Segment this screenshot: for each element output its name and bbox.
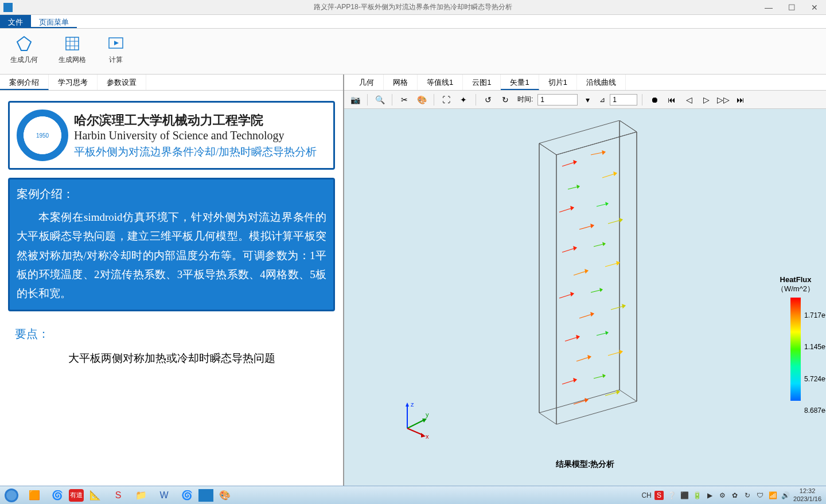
svg-point-73 xyxy=(6,490,17,501)
legend-colorbar xyxy=(790,298,801,401)
tray-battery-icon[interactable]: 🔋 xyxy=(692,491,702,500)
svg-line-69 xyxy=(407,428,423,435)
taskbar-app-5[interactable]: S xyxy=(107,486,130,505)
plate-visualization xyxy=(505,120,665,430)
ime-indicator[interactable]: CH xyxy=(642,491,651,500)
tray-network-icon[interactable]: 📶 xyxy=(768,491,777,500)
skip-start-icon[interactable]: ⏮ xyxy=(664,93,679,107)
rotate-right-icon[interactable]: ↻ xyxy=(498,93,513,107)
time-label: 时间: xyxy=(517,95,533,104)
taskbar-paint-icon[interactable]: 🎨 xyxy=(213,486,236,505)
svg-marker-64 xyxy=(406,403,409,407)
tray-icon-3[interactable]: ▶ xyxy=(705,491,714,500)
svg-text:z: z xyxy=(411,401,414,408)
titlebar: 路义萍-APP18-平板外侧为对流边界条件加热冷却时瞬态导热分析 — ☐ ✕ xyxy=(0,0,826,15)
skip-end-icon[interactable]: ⏭ xyxy=(733,93,748,107)
left-tabs: 案例介绍 学习思考 参数设置 xyxy=(0,75,343,91)
tray-icon-6[interactable]: ↻ xyxy=(743,491,752,500)
tab-params[interactable]: 参数设置 xyxy=(98,75,146,90)
step-down-icon[interactable]: ▾ xyxy=(580,93,595,107)
close-button[interactable]: ✕ xyxy=(803,0,826,15)
tab-mesh[interactable]: 网格 xyxy=(384,75,418,90)
ribbon-label: 生成网格 xyxy=(59,55,86,65)
taskbar-app-3[interactable]: 有道 xyxy=(69,489,84,502)
axis-triad: z y x xyxy=(396,400,436,440)
next-icon[interactable]: ▷▷ xyxy=(716,93,731,107)
taskbar: 🟧 🌀 有道 📐 S 📁 W 🌀 🎨 CH S ❔ ⬛ 🔋 ▶ ⚙ ✿ ↻ 🛡 … xyxy=(0,486,826,504)
ribbon: 生成几何 生成网格 计算 xyxy=(0,29,826,75)
points-card: 要点： 大平板两侧对称加热或冷却时瞬态导热问题 xyxy=(8,319,335,373)
menu-page[interactable]: 页面菜单 xyxy=(31,15,77,28)
ribbon-label: 计算 xyxy=(109,55,123,65)
legend-mid2: 5.724e+03 xyxy=(804,375,826,383)
intro-card: 案例介绍： 本案例在simdroid仿真环境下，针对外侧为对流边界条件的大平板瞬… xyxy=(8,178,335,311)
maximize-button[interactable]: ☐ xyxy=(780,0,803,15)
play-toolbar-icon[interactable]: ▷ xyxy=(699,93,714,107)
camera-icon[interactable]: 📷 xyxy=(348,93,363,107)
tray-icon-4[interactable]: ⚙ xyxy=(718,491,727,500)
legend-mid1: 1.145e+04 xyxy=(804,343,826,351)
menu-file[interactable]: 文件 xyxy=(0,15,31,28)
project-title: 平板外侧为对流边界条件冷却/加热时瞬态导热分析 xyxy=(74,144,326,159)
svg-marker-70 xyxy=(421,433,426,437)
record-icon[interactable]: ⏺ xyxy=(647,93,662,107)
minimize-button[interactable]: — xyxy=(757,0,780,15)
window-title: 路义萍-APP18-平板外侧为对流边界条件加热冷却时瞬态导热分析 xyxy=(314,2,512,12)
select-icon[interactable]: ✂ xyxy=(397,93,412,107)
legend-max: 1.717e+04 xyxy=(804,311,826,319)
svg-marker-10 xyxy=(556,132,637,424)
taskbar-app-4[interactable]: 📐 xyxy=(84,486,107,505)
tab-intro[interactable]: 案例介绍 xyxy=(0,75,49,90)
geometry-icon xyxy=(15,34,33,53)
tray-icon-5[interactable]: ✿ xyxy=(730,491,739,500)
tab-vector[interactable]: 矢量1 xyxy=(501,75,539,90)
gen-mesh-button[interactable]: 生成网格 xyxy=(54,32,91,71)
tray-shield-icon[interactable]: 🛡 xyxy=(755,491,765,500)
mesh-icon xyxy=(63,34,81,53)
compute-button[interactable]: 计算 xyxy=(102,32,130,71)
step-input[interactable] xyxy=(610,94,637,106)
taskbar-explorer-icon[interactable]: 📁 xyxy=(130,486,153,505)
svg-marker-9 xyxy=(539,143,556,424)
prev-icon[interactable]: ◁ xyxy=(681,93,696,107)
tray-help-icon[interactable]: ❔ xyxy=(667,491,676,500)
tab-slice[interactable]: 切片1 xyxy=(539,75,577,90)
points-body: 大平板两侧对称加热或冷却时瞬态导热问题 xyxy=(15,351,328,366)
viz-canvas[interactable]: z y x HeatFlux （W/m^2） 1.717e+04 1.145e+… xyxy=(344,109,826,486)
tray-icon-2[interactable]: ⬛ xyxy=(680,491,689,500)
gen-geometry-button[interactable]: 生成几何 xyxy=(6,32,42,71)
tray-volume-icon[interactable]: 🔊 xyxy=(781,491,790,500)
colormap-icon[interactable]: 🎨 xyxy=(414,93,429,107)
tray-icon-1[interactable]: S xyxy=(654,491,664,500)
university-card: 1950 哈尔滨理工大学机械动力工程学院 Harbin University o… xyxy=(8,101,335,170)
university-name-cn: 哈尔滨理工大学机械动力工程学院 xyxy=(74,112,326,129)
svg-text:x: x xyxy=(426,433,429,440)
tab-contour[interactable]: 等值线1 xyxy=(418,75,463,90)
taskbar-clock[interactable]: 12:32 2023/1/16 xyxy=(793,487,821,502)
step-prefix: ⊿ xyxy=(599,96,605,104)
taskbar-app-7[interactable] xyxy=(198,489,213,502)
taskbar-app-2[interactable]: 🌀 xyxy=(46,486,69,505)
university-logo: 1950 xyxy=(17,110,68,161)
axes-mode-icon[interactable]: ✦ xyxy=(456,93,471,107)
tab-cloud[interactable]: 云图1 xyxy=(463,75,501,90)
rotate-left-icon[interactable]: ↺ xyxy=(481,93,496,107)
legend-title: HeatFlux xyxy=(777,275,815,284)
points-heading: 要点： xyxy=(15,326,328,342)
viz-toolbar: 📷 🔍 ✂ 🎨 ⛶ ✦ ↺ ↻ 时间: ▾ ⊿ ⏺ ⏮ ◁ ▷ ▷▷ ⏭ xyxy=(344,91,826,109)
legend-units: （W/m^2） xyxy=(777,284,815,294)
start-button[interactable] xyxy=(0,486,23,505)
tab-study[interactable]: 学习思考 xyxy=(49,75,98,90)
zoom-icon[interactable]: 🔍 xyxy=(372,93,387,107)
play-icon xyxy=(107,34,125,53)
fit-icon[interactable]: ⛶ xyxy=(439,93,454,107)
tab-geometry[interactable]: 几何 xyxy=(350,75,384,90)
taskbar-app-1[interactable]: 🟧 xyxy=(23,486,46,505)
taskbar-word-icon[interactable]: W xyxy=(153,486,176,505)
system-tray: CH S ❔ ⬛ 🔋 ▶ ⚙ ✿ ↻ 🛡 📶 🔊 12:32 2023/1/16 xyxy=(642,487,826,502)
app-icon xyxy=(3,3,13,12)
svg-line-66 xyxy=(407,420,424,428)
tab-curve[interactable]: 沿线曲线 xyxy=(577,75,626,90)
time-input[interactable] xyxy=(537,94,578,106)
taskbar-app-6[interactable]: 🌀 xyxy=(176,486,198,505)
